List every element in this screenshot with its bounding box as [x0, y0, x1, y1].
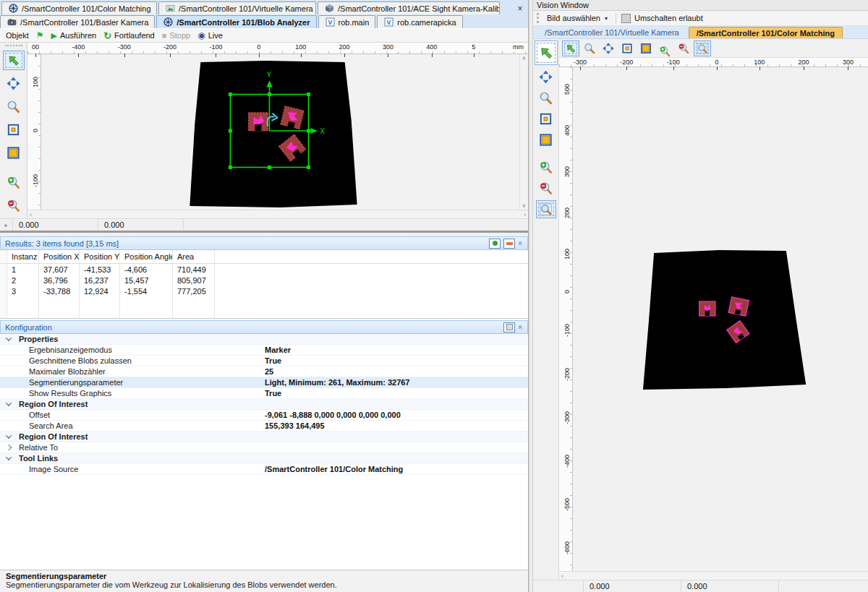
tab-blob-analyzer[interactable]: /SmartController 101/Blob Analyzer	[156, 15, 316, 28]
collapse-results-icon[interactable]: «	[517, 241, 525, 246]
tree-chevron-icon[interactable]	[0, 402, 17, 406]
cell-instanz: 3	[7, 286, 39, 296]
collapse-konfiguration-icon[interactable]: «	[517, 325, 525, 330]
roi-outline-tool-icon[interactable]	[3, 120, 25, 140]
zoom-tool-icon[interactable]	[581, 40, 598, 56]
select-tool-icon[interactable]	[535, 40, 558, 65]
table-row[interactable]: 2 36,796 16,237 15,457 805,907	[0, 275, 528, 286]
zoom-out-tool-icon[interactable]	[536, 179, 556, 197]
property-value[interactable]: /SmartController 101/Color Matching	[265, 465, 528, 473]
scroll-up-arrow[interactable]: ∧	[522, 55, 527, 61]
property-row[interactable]: Ergebnisanzeigemodus Marker	[0, 345, 528, 356]
select-tool-icon[interactable]	[562, 40, 579, 56]
cell-position-y: 16,237	[80, 275, 120, 286]
column-header[interactable]: Position Angle	[120, 250, 173, 264]
add-column-button[interactable]	[489, 239, 501, 249]
roi-outline-tool-icon[interactable]	[536, 110, 556, 128]
roi-filled-tool-icon[interactable]	[536, 131, 556, 149]
live-button[interactable]: ◉Live	[197, 30, 223, 40]
pan-tool-icon[interactable]	[600, 40, 617, 56]
select-image-dropdown[interactable]: Bild auswählen ▾	[544, 13, 610, 23]
tab-rob-main[interactable]: rob.main	[318, 15, 376, 28]
cursor-x-value: 0.000	[584, 580, 681, 592]
table-row[interactable]: 1 37,607 -41,533 -4,606 710,449	[0, 264, 528, 275]
objekt-menu[interactable]: Objekt	[6, 31, 29, 40]
toggle-allowed-option[interactable]: Umschalten erlaubt	[621, 14, 703, 23]
column-header[interactable]: Position Y	[80, 250, 120, 264]
property-row[interactable]: Search Area 155,393 164,495	[0, 421, 528, 432]
horizontal-splitter[interactable]	[0, 231, 528, 236]
scroll-down-arrow[interactable]: ∨	[522, 202, 527, 209]
grid-view-button[interactable]	[503, 322, 515, 333]
zoom-tool-icon[interactable]	[3, 97, 25, 116]
zoom-tool-icon[interactable]	[536, 89, 556, 107]
rtab-virtuelle-kamera[interactable]: /SmartController 101/Virtuelle Kamera	[537, 27, 686, 38]
select-tool-icon[interactable]	[3, 51, 25, 70]
continuous-button[interactable]: ↻Fortlaufend	[103, 30, 155, 41]
roi-filled-tool-icon[interactable]	[3, 143, 25, 163]
zoom-out-tool-icon[interactable]	[675, 40, 692, 56]
property-row[interactable]: Segmentierungsparameter Light, Minimum: …	[0, 377, 528, 388]
flag-button[interactable]: ⚑	[36, 30, 44, 40]
property-value[interactable]: True	[265, 356, 528, 365]
rtab-color-matching[interactable]: /SmartController 101/Color Matching	[689, 27, 843, 38]
zoom-in-tool-icon[interactable]	[3, 173, 25, 192]
property-row[interactable]: Region Of Interest	[0, 432, 528, 442]
zoom-fit-tool-icon[interactable]	[536, 200, 556, 218]
scroll-left-arrow[interactable]: ‹	[30, 211, 32, 218]
table-row[interactable]: 3 -33,788 12,924 -1,554 777,205	[0, 286, 528, 296]
vision-tab-row: /SmartController 101/Virtuelle Kamera /S…	[533, 26, 868, 39]
property-value[interactable]: -9,061 -8,888 0,000 0,000 0,000 0,000	[265, 411, 528, 419]
tab-virtuelle-kamera[interactable]: /SmartController 101/Virtuelle Kamera	[158, 1, 316, 14]
tab-color-matching[interactable]: /SmartController 101/Color Matching	[1, 1, 157, 14]
zoom-out-tool-icon[interactable]	[3, 196, 25, 215]
property-row[interactable]: Tool Links	[0, 453, 528, 464]
remove-column-button[interactable]	[503, 239, 515, 249]
cell-position-angle: -1,554	[120, 286, 173, 296]
property-label: Ergebnisanzeigemodus	[17, 346, 265, 354]
checkbox-icon[interactable]	[621, 14, 631, 23]
property-row[interactable]: Geschnittene Blobs zulassen True	[0, 356, 528, 366]
property-value[interactable]: Light, Minimum: 261, Maximum: 32767	[265, 378, 528, 387]
property-row[interactable]: Show Results Graphics True	[0, 388, 528, 399]
blob-2	[728, 297, 749, 317]
roi-filled-tool-icon[interactable]	[637, 40, 655, 56]
scroll-left-arrow[interactable]: ‹	[561, 572, 563, 580]
property-row[interactable]: Properties	[0, 334, 528, 345]
blob-analyzer-canvas[interactable]: Y X	[41, 54, 519, 210]
zoom-in-tool-icon[interactable]	[536, 158, 556, 176]
property-row[interactable]: Offset -9,061 -8,888 0,000 0,000 0,000 0…	[0, 410, 528, 421]
tree-chevron-icon[interactable]	[0, 456, 17, 460]
tree-chevron-icon[interactable]	[0, 337, 17, 341]
property-row[interactable]: Relative To	[0, 442, 528, 453]
property-value[interactable]: 25	[265, 367, 528, 376]
column-header[interactable]: Position X	[39, 250, 80, 264]
tab-rob-camerapicka[interactable]: rob.camerapicka	[377, 15, 462, 28]
tree-chevron-icon[interactable]	[0, 445, 17, 450]
roi-outline-tool-icon[interactable]	[618, 40, 636, 56]
zoom-fit-tool-icon[interactable]	[694, 40, 711, 56]
property-value[interactable]: Marker	[265, 346, 528, 354]
close-tab-button[interactable]: ×	[514, 3, 527, 14]
coordinate-statusbar: ▸ 0.000 0.000	[0, 218, 528, 231]
property-value[interactable]: True	[265, 389, 528, 398]
tab-ace-sight-kalibrierung[interactable]: /SmartController 101/ACE Sight Kamera-Ka…	[318, 1, 500, 14]
pan-tool-icon[interactable]	[3, 74, 25, 93]
run-button[interactable]: ▶Ausführen	[51, 31, 97, 40]
pan-tool-icon[interactable]	[536, 68, 556, 86]
horizontal-scrollbar[interactable]: ‹	[559, 571, 868, 580]
property-value[interactable]: 155,393 164,495	[265, 421, 528, 430]
blob-1	[699, 301, 715, 316]
column-header[interactable]: Instanz	[7, 250, 39, 264]
vertical-scrollbar[interactable]: ∧ ∨	[519, 54, 528, 210]
konfiguration-header: Konfiguration «	[0, 320, 528, 334]
color-matching-canvas[interactable]	[573, 67, 868, 571]
property-row[interactable]: Image Source /SmartController 101/Color …	[0, 464, 528, 475]
property-row[interactable]: Region Of Interest	[0, 399, 528, 410]
tree-chevron-icon[interactable]	[0, 434, 17, 439]
tab-basler-kamera[interactable]: /SmartController 101/Basler Kamera	[0, 15, 155, 28]
column-header[interactable]: Area	[173, 250, 215, 264]
property-row[interactable]: Maximaler Blobzähler 25	[0, 366, 528, 377]
scroll-right-arrow[interactable]: ›	[524, 211, 526, 218]
horizontal-scrollbar[interactable]: ‹ ›	[27, 210, 528, 218]
